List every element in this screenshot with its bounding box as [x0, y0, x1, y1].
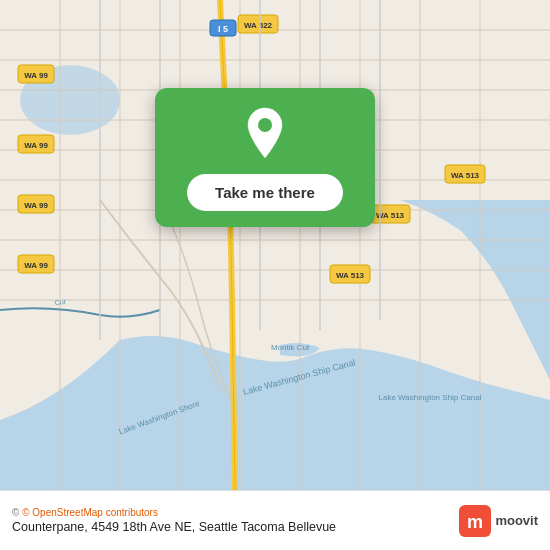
map-background: I 5 I 5 WA 99 WA 99 WA 99 WA 99 WA 522 W… [0, 0, 550, 490]
moovit-icon: m [459, 505, 491, 537]
svg-text:WA 99: WA 99 [24, 261, 48, 270]
svg-text:WA 99: WA 99 [24, 71, 48, 80]
take-me-there-button[interactable]: Take me there [187, 174, 343, 211]
location-pin-icon [241, 106, 289, 162]
svg-text:m: m [467, 512, 483, 532]
svg-text:WA 99: WA 99 [24, 201, 48, 210]
svg-point-50 [258, 118, 272, 132]
svg-text:WA 513: WA 513 [336, 271, 365, 280]
svg-text:WA 513: WA 513 [451, 171, 480, 180]
copyright-text: © © OpenStreetMap contributors [12, 507, 336, 518]
svg-text:WA 99: WA 99 [24, 141, 48, 150]
openstreetmap-link[interactable]: © OpenStreetMap contributors [22, 507, 158, 518]
svg-text:I 5: I 5 [218, 24, 228, 34]
action-card: Take me there [155, 88, 375, 227]
svg-text:Montlk Cut: Montlk Cut [271, 343, 310, 352]
svg-text:WA 522: WA 522 [244, 21, 273, 30]
map-view: I 5 I 5 WA 99 WA 99 WA 99 WA 99 WA 522 W… [0, 0, 550, 490]
moovit-label: moovit [495, 513, 538, 528]
svg-text:Lake Washington Ship Canal: Lake Washington Ship Canal [379, 393, 482, 402]
bottom-bar: © © OpenStreetMap contributors Counterpa… [0, 490, 550, 550]
moovit-logo: m moovit [459, 505, 538, 537]
svg-text:Cut: Cut [54, 298, 66, 306]
address-text: Counterpane, 4549 18th Ave NE, Seattle T… [12, 520, 336, 534]
address-area: © © OpenStreetMap contributors Counterpa… [12, 507, 336, 534]
